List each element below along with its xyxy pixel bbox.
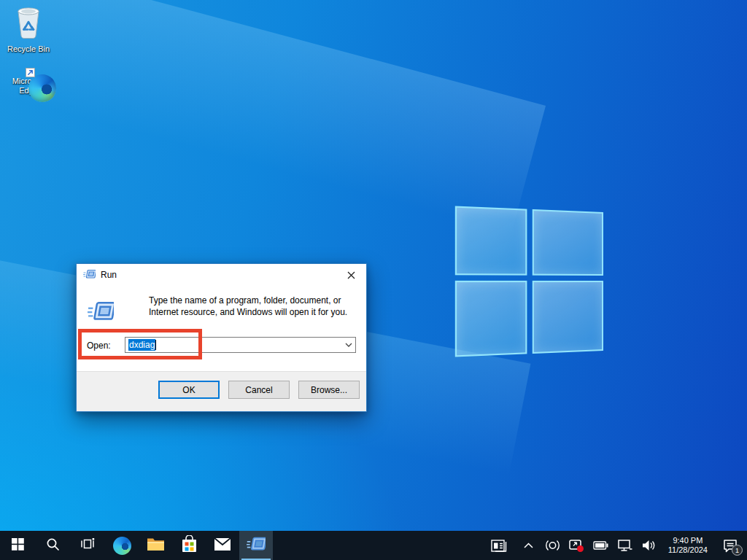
windows-logo-pane (455, 281, 527, 357)
meet-now-icon[interactable] (544, 531, 562, 560)
windows-logo-pane (533, 281, 603, 354)
desktop-icon-recycle-bin[interactable]: Recycle Bin (0, 4, 57, 54)
cast-recording-icon[interactable] (568, 531, 586, 560)
network-icon[interactable] (616, 531, 634, 560)
clock-time: 9:40 PM (673, 536, 703, 545)
dialog-title: Run (101, 270, 117, 280)
ok-button[interactable]: OK (158, 381, 220, 399)
close-icon[interactable] (336, 264, 366, 286)
taskbar-store-button[interactable] (172, 531, 206, 560)
news-icon[interactable] (490, 531, 508, 560)
desktop-icon-microsoft-edge[interactable]: Microsoft Edge (0, 74, 57, 96)
run-icon (247, 536, 266, 555)
windows-logo-pane (455, 206, 527, 275)
taskbar-edge-button[interactable] (105, 531, 139, 560)
cancel-button[interactable]: Cancel (228, 381, 290, 399)
search-button[interactable] (35, 531, 70, 560)
run-dialog-footer: OK Cancel Browse... (77, 371, 366, 411)
system-tray: 9:40 PM 11/28/2024 1 (490, 531, 747, 560)
browse-button[interactable]: Browse... (298, 381, 360, 399)
desktop-icon-label: Recycle Bin (7, 44, 50, 54)
task-view-button[interactable] (70, 531, 105, 560)
run-icon-large (88, 300, 114, 324)
notification-badge: 1 (732, 545, 743, 556)
taskbar-mail-button[interactable] (206, 531, 239, 560)
microsoft-store-icon (181, 535, 198, 556)
windows-logo-wallpaper (455, 206, 603, 357)
battery-icon[interactable] (592, 531, 610, 560)
dialog-description: Type the name of a program, folder, docu… (149, 295, 362, 318)
edge-icon (113, 537, 131, 555)
taskbar: 9:40 PM 11/28/2024 1 (0, 531, 747, 560)
folder-icon (147, 537, 165, 554)
taskbar-clock[interactable]: 9:40 PM 11/28/2024 (665, 536, 711, 555)
taskbar-file-explorer-button[interactable] (139, 531, 172, 560)
task-view-icon (80, 537, 95, 553)
start-button[interactable] (0, 531, 35, 560)
recycle-bin-icon (12, 4, 44, 42)
mail-icon (214, 537, 231, 554)
run-icon (83, 269, 96, 281)
windows-start-icon (12, 538, 24, 553)
annotation-highlight-rectangle (78, 329, 202, 359)
chevron-down-icon[interactable] (342, 338, 355, 352)
volume-icon[interactable] (640, 531, 658, 560)
clock-date: 11/28/2024 (668, 545, 708, 554)
windows-logo-pane (533, 209, 603, 276)
search-icon (46, 537, 60, 554)
chevron-up-icon[interactable] (520, 531, 538, 560)
windows-desktop: Recycle Bin Microsoft Edge (0, 0, 747, 560)
run-dialog-titlebar[interactable]: Run (77, 264, 366, 286)
action-center-icon[interactable]: 1 (718, 531, 743, 560)
record-dot (577, 545, 584, 552)
taskbar-run-app-button[interactable] (239, 531, 273, 560)
